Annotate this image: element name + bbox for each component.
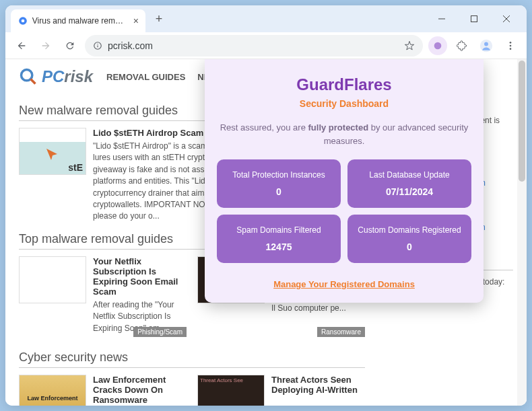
svg-point-9 [434,42,442,49]
menu-icon[interactable] [501,36,520,55]
toolbar: pcrisk.com [5,32,527,59]
extension-message: Rest assured, you are fully protected by… [217,121,471,147]
stat-spam-filtered: Spam Domains Filtered 12475 [217,215,341,263]
guide-netflix[interactable]: Your Netflix Subscription Is Expiring So… [19,256,187,334]
guide-thumbnail: Threat Actors See [197,375,265,406]
extension-subtitle: Security Dashboard [217,98,471,109]
stat-database-update: Last Database Update 07/11/2024 [347,159,471,208]
stat-custom-domains: Custom Domains Registered 0 [347,215,471,263]
tab-close-icon[interactable]: × [133,15,139,26]
site-logo[interactable]: PCrisk [19,67,93,86]
titlebar: Virus and malware removal ins × + [5,5,527,32]
new-tab-button[interactable]: + [149,9,168,28]
svg-point-7 [97,44,98,44]
category-tag: Ransomware [317,327,365,337]
svg-point-11 [484,42,488,46]
back-button[interactable] [12,36,31,55]
guide-thumbnail: Law Enforcement [19,375,86,406]
nav-removal-guides[interactable]: REMOVAL GUIDES [106,72,185,82]
reload-button[interactable] [61,36,79,55]
svg-point-14 [510,48,512,50]
minimize-button[interactable] [427,9,457,29]
guide-title: Threat Actors Seen Deploying AI-Written [271,375,365,395]
svg-point-15 [22,70,32,81]
browser-tab[interactable]: Virus and malware removal ins × [11,9,145,32]
svg-point-12 [510,42,512,44]
guide-thumbnail [19,128,86,175]
address-bar[interactable]: pcrisk.com [85,35,423,57]
window-controls [427,9,521,29]
extension-title: GuardFlares [217,75,471,94]
guide-threat-actors[interactable]: Threat Actors See Threat Actors Seen Dep… [197,375,365,406]
section-cyber-news: Cyber security news [19,350,365,368]
extension-popup: GuardFlares Security Dashboard Rest assu… [205,59,484,303]
bookmark-star-icon[interactable] [404,40,415,51]
manage-domains-link[interactable]: Manage Your Registered Domains [217,279,471,289]
profile-icon[interactable] [477,36,496,55]
guide-title: Your Netflix Subscription Is Expiring So… [93,256,187,297]
svg-rect-3 [471,16,477,22]
forward-button[interactable] [36,36,55,55]
main-nav: REMOVAL GUIDES NEW [106,72,218,82]
site-info-icon[interactable] [93,41,102,50]
browser-window: Virus and malware removal ins × + pcrisk… [5,5,527,406]
maximize-button[interactable] [459,9,489,29]
cursor-icon [44,147,60,163]
category-tag: Phishing/Scam [133,327,187,337]
extensions-icon[interactable] [453,36,471,55]
svg-point-13 [510,44,512,46]
scrollbar[interactable] [517,59,527,406]
guide-thumbnail [19,256,86,303]
stat-protection-instances: Total Protection Instances 0 [217,159,341,208]
magnifier-icon [19,67,38,86]
svg-line-16 [31,79,36,84]
guardflares-extension-icon[interactable] [428,36,447,55]
url-text: pcrisk.com [108,40,399,51]
tab-title: Virus and malware removal ins [32,16,127,26]
scroll-thumb[interactable] [519,61,525,182]
stat-grid: Total Protection Instances 0 Last Databa… [217,159,471,263]
guide-law-enforcement[interactable]: Law Enforcement Law Enforcement Cracks D… [19,375,187,406]
tab-favicon-icon [18,15,28,26]
guide-title: Law Enforcement Cracks Down On Ransomwar… [93,375,187,405]
content-viewport: PCrisk REMOVAL GUIDES NEW New malware re… [5,59,527,406]
svg-point-1 [22,20,25,23]
close-window-button[interactable] [492,9,521,29]
